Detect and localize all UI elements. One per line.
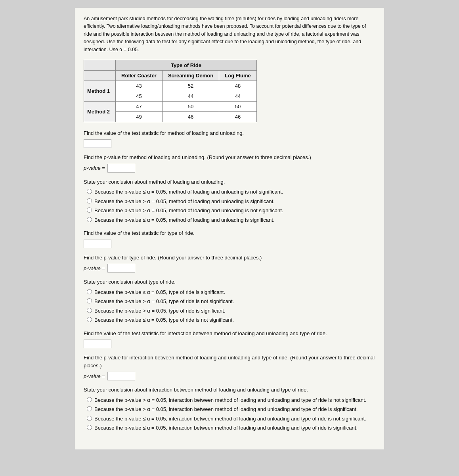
main-page: An amusement park studied methods for de… xyxy=(75,8,384,449)
q7-radio-item-1: Because the p-value > α = 0.05, interact… xyxy=(87,405,375,413)
cell-r2c1: 45 xyxy=(116,91,163,101)
q7-radio-3[interactable] xyxy=(87,425,92,430)
q7-text: Find the p-value for interaction between… xyxy=(84,354,375,369)
cell-r1c2: 52 xyxy=(162,81,219,91)
q5-radio-item-3: Because the p-value ≤ α = 0.05, type of … xyxy=(87,316,375,324)
q3-radio-item-1: Because the p-value > α = 0.05, method o… xyxy=(87,198,375,205)
q7-conclusion-section: State your conclusion about interaction … xyxy=(84,386,375,432)
q5-pvalue-label: p-value = xyxy=(84,265,105,271)
q7-radio-item-3: Because the p-value ≤ α = 0.05, interact… xyxy=(87,424,375,432)
q4-section: Find the value of the test statistic for… xyxy=(84,229,375,248)
cell-r3c2: 50 xyxy=(162,101,219,111)
data-table-wrapper: Type of Ride Roller Coaster Screaming De… xyxy=(84,60,375,122)
q7-radio-1[interactable] xyxy=(87,406,92,411)
cell-r1c1: 43 xyxy=(116,81,163,91)
q7-radio-item-0: Because the p-value > α = 0.05, interact… xyxy=(87,396,375,404)
q5-radio-label-1: Because the p-value > α = 0.05, type of … xyxy=(94,298,234,305)
q7-radio-label-0: Because the p-value > α = 0.05, interact… xyxy=(94,396,366,404)
q3-radio-label-2: Because the p-value > α = 0.05, method o… xyxy=(94,207,283,215)
q5-text: Find the p-value for type of ride. (Roun… xyxy=(84,254,375,262)
col2-header: Screaming Demon xyxy=(162,70,219,81)
q5-radio-item-1: Because the p-value > α = 0.05, type of … xyxy=(87,298,375,305)
q5-radio-label-2: Because the p-value > α = 0.05, type of … xyxy=(94,307,226,315)
q6-answer-input[interactable] xyxy=(84,340,111,348)
method1-label: Method 1 xyxy=(84,81,116,101)
q2-pvalue-input[interactable] xyxy=(107,164,135,173)
cell-r2c2: 44 xyxy=(162,91,219,101)
q7-radio-2[interactable] xyxy=(87,416,92,421)
q2-pvalue-line: p-value = xyxy=(84,164,375,173)
q5-pvalue-line: p-value = xyxy=(84,264,375,273)
q3-radio-item-0: Because the p-value ≤ α = 0.05, method o… xyxy=(87,188,375,196)
method2-label: Method 2 xyxy=(84,101,116,122)
q5-radio-label-3: Because the p-value ≤ α = 0.05, type of … xyxy=(94,316,234,324)
q5-radio-2[interactable] xyxy=(87,308,92,313)
q6-text: Find the value of the test statistic for… xyxy=(84,330,375,338)
q2-pvalue-label: p-value = xyxy=(84,165,105,171)
q7-pvalue-label: p-value = xyxy=(84,373,105,379)
table-row: Method 2 47 50 50 xyxy=(84,101,257,111)
cell-r3c3: 50 xyxy=(219,101,257,111)
q5-radio-1[interactable] xyxy=(87,298,92,303)
q5-section: Find the p-value for type of ride. (Roun… xyxy=(84,254,375,273)
q5-radio-item-0: Because the p-value ≤ α = 0.05, type of … xyxy=(87,288,375,296)
intro-text: An amusement park studied methods for de… xyxy=(84,15,375,54)
q5-radio-group: Because the p-value ≤ α = 0.05, type of … xyxy=(87,288,375,324)
q3-label: State your conclusion about method of lo… xyxy=(84,178,375,186)
q3-radio-item-3: Because the p-value ≤ α = 0.05, method o… xyxy=(87,216,375,224)
cell-r4c1: 49 xyxy=(116,111,163,122)
blank-subheader xyxy=(84,70,116,81)
cell-r1c3: 48 xyxy=(219,81,257,91)
q7-radio-label-3: Because the p-value ≤ α = 0.05, interact… xyxy=(94,424,358,432)
q3-radio-label-1: Because the p-value > α = 0.05, method o… xyxy=(94,198,275,205)
q7-radio-item-2: Because the p-value ≤ α = 0.05, interact… xyxy=(87,415,375,423)
type-of-ride-header: Type of Ride xyxy=(116,60,257,70)
q7-label: State your conclusion about interaction … xyxy=(84,386,375,394)
q7-radio-label-2: Because the p-value ≤ α = 0.05, interact… xyxy=(94,415,366,423)
blank-header xyxy=(84,60,116,70)
q3-radio-item-2: Because the p-value > α = 0.05, method o… xyxy=(87,207,375,215)
q2-text: Find the p-value for method of loading a… xyxy=(84,154,375,161)
q3-radio-2[interactable] xyxy=(87,207,92,213)
cell-r3c1: 47 xyxy=(116,101,163,111)
q3-radio-label-0: Because the p-value ≤ α = 0.05, method o… xyxy=(94,188,283,196)
q5-conclusion-section: State your conclusion about type of ride… xyxy=(84,278,375,324)
cell-r2c3: 44 xyxy=(219,91,257,101)
q5-radio-0[interactable] xyxy=(87,289,92,294)
q5-radio-3[interactable] xyxy=(87,317,92,322)
q3-radio-3[interactable] xyxy=(87,217,92,222)
cell-r4c2: 46 xyxy=(162,111,219,122)
q4-text: Find the value of the test statistic for… xyxy=(84,229,375,237)
q1-section: Find the value of the test statistic for… xyxy=(84,129,375,148)
q7-pvalue-line: p-value = xyxy=(84,372,375,380)
q5-radio-label-0: Because the p-value ≤ α = 0.05, type of … xyxy=(94,288,225,296)
q7-section: Find the p-value for interaction between… xyxy=(84,354,375,380)
q1-answer-input[interactable] xyxy=(84,139,111,148)
table-row: Method 1 43 52 48 xyxy=(84,81,257,91)
q7-radio-group: Because the p-value > α = 0.05, interact… xyxy=(87,396,375,432)
col1-header: Roller Coaster xyxy=(116,70,163,81)
q7-radio-0[interactable] xyxy=(87,397,92,402)
q5-label: State your conclusion about type of ride… xyxy=(84,278,375,286)
q1-text: Find the value of the test statistic for… xyxy=(84,129,375,137)
col3-header: Log Flume xyxy=(219,70,257,81)
q3-radio-1[interactable] xyxy=(87,198,92,203)
q3-radio-label-3: Because the p-value ≤ α = 0.05, method o… xyxy=(94,216,274,224)
q7-radio-label-1: Because the p-value > α = 0.05, interact… xyxy=(94,405,358,413)
q6-section: Find the value of the test statistic for… xyxy=(84,330,375,349)
cell-r4c3: 46 xyxy=(219,111,257,122)
q3-radio-0[interactable] xyxy=(87,189,92,194)
q3-radio-group: Because the p-value ≤ α = 0.05, method o… xyxy=(87,188,375,224)
q5-radio-item-2: Because the p-value > α = 0.05, type of … xyxy=(87,307,375,315)
q2-section: Find the p-value for method of loading a… xyxy=(84,154,375,173)
data-table: Type of Ride Roller Coaster Screaming De… xyxy=(84,60,257,122)
q3-section: State your conclusion about method of lo… xyxy=(84,178,375,224)
q5-pvalue-input[interactable] xyxy=(107,264,135,273)
q7-pvalue-input[interactable] xyxy=(107,372,135,380)
q4-answer-input[interactable] xyxy=(84,240,111,248)
